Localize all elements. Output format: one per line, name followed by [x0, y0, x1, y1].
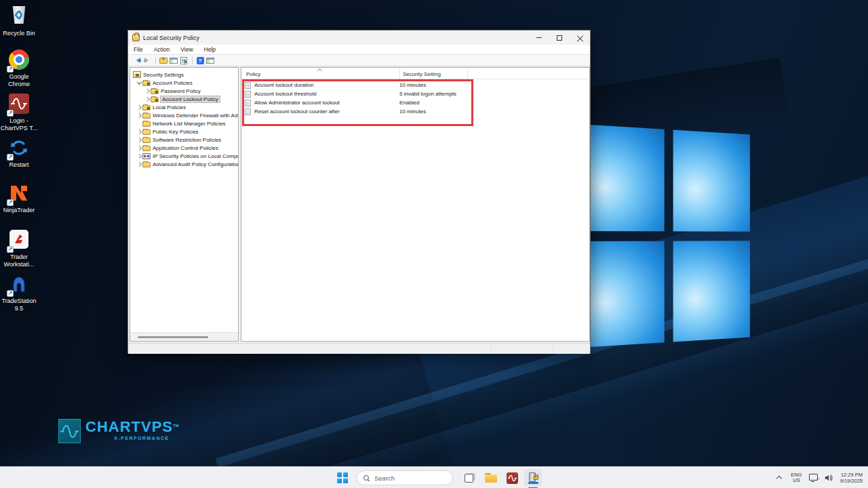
desktop-icon-login-chartvps[interactable]: ↗ Login - ChartVPS T... — [0, 94, 38, 132]
console-tree-pane: Security Settings Account Policies Passw… — [130, 67, 239, 342]
menu-view[interactable]: View — [180, 46, 193, 53]
tree-item-password-policy[interactable]: Password Policy — [130, 87, 238, 95]
properties-button[interactable] — [205, 56, 215, 65]
language-indicator[interactable]: ENG US — [791, 472, 802, 483]
local-security-policy-app-button[interactable] — [524, 469, 542, 487]
console-tree-button[interactable] — [169, 56, 178, 65]
taskbar-clock[interactable]: 12:29 PM 9/19/2025 — [840, 472, 863, 484]
chevron-right-icon[interactable] — [136, 153, 142, 159]
horizontal-scrollbar[interactable] — [130, 332, 238, 341]
network-icon[interactable] — [809, 474, 818, 482]
desktop-icon-tradestation[interactable]: ↗ TradeStation 9.5 — [0, 274, 38, 312]
statusbar-divider — [491, 345, 492, 352]
column-header-policy[interactable]: Policy — [246, 71, 260, 77]
chevron-right-icon[interactable] — [136, 129, 142, 135]
ninjatrader-icon: ↗ — [8, 183, 30, 205]
hidden-icons-chevron[interactable] — [774, 473, 784, 483]
menu-bar: File Action View Help — [128, 45, 590, 55]
minimize-button[interactable] — [529, 30, 549, 45]
chevron-right-icon[interactable] — [136, 145, 142, 151]
chevron-right-icon[interactable] — [144, 96, 151, 102]
chartvps-login-icon: ↗ — [8, 94, 30, 115]
taskbar: Search ENG US 12:29 PM 9/19/2025 — [0, 466, 868, 488]
menu-help[interactable]: Help — [204, 46, 216, 53]
tree-item-label: Network List Manager Policies — [153, 121, 226, 127]
column-header-security-setting[interactable]: Security Setting — [403, 71, 441, 77]
policy-setting: 5 invalid logon attempts — [399, 91, 456, 97]
start-button[interactable] — [334, 469, 351, 487]
file-explorer-button[interactable] — [482, 469, 500, 487]
export-list-button[interactable] — [179, 56, 189, 65]
taskbar-search[interactable]: Search — [357, 470, 453, 485]
chevron-right-icon[interactable] — [136, 113, 142, 119]
shortcut-arrow-icon: ↗ — [7, 110, 14, 117]
tree-item-security-settings[interactable]: Security Settings — [130, 70, 238, 79]
clock-date: 9/19/2025 — [840, 478, 863, 484]
window-body: Security Settings Account Policies Passw… — [128, 66, 590, 343]
chevron-right-icon[interactable] — [136, 161, 142, 167]
chevron-right-icon[interactable] — [136, 104, 142, 110]
desktop-icon-recycle-bin[interactable]: Recycle Bin — [0, 4, 38, 37]
tree-item-windows-defender-firewall[interactable]: Windows Defender Firewall with Adva — [130, 111, 238, 119]
forward-button[interactable] — [142, 56, 152, 65]
column-divider[interactable] — [467, 68, 468, 79]
tree-item-label: IP Security Policies on Local Compute — [153, 153, 238, 159]
task-view-button[interactable] — [461, 469, 479, 487]
tree-item-ip-security-policies[interactable]: IP Security Policies on Local Compute — [130, 152, 238, 160]
minimize-icon — [536, 37, 542, 38]
policy-list-pane: Policy Security Setting Account lockout … — [241, 67, 590, 342]
tree-item-account-policies[interactable]: Account Policies — [130, 79, 238, 87]
tree-item-account-lockout-policy[interactable]: Account Lockout Policy — [130, 95, 238, 103]
tree-item-advanced-audit-policy[interactable]: Advanced Audit Policy Configuration — [130, 160, 238, 168]
chevron-down-icon[interactable] — [136, 80, 142, 86]
scrollbar-thumb[interactable] — [138, 336, 208, 338]
chartvps-brand-icon — [58, 419, 81, 443]
back-icon — [134, 58, 141, 63]
chevron-right-icon[interactable] — [136, 137, 142, 143]
desktop-icon-ninjatrader[interactable]: ↗ NinjaTrader — [0, 183, 38, 214]
chartvps-app-button[interactable] — [503, 469, 521, 487]
tree-item-network-list-manager[interactable]: Network List Manager Policies — [130, 119, 238, 127]
clock-time: 12:29 PM — [841, 472, 863, 478]
tree-item-application-control-policies[interactable]: Application Control Policies — [130, 144, 238, 152]
menu-action[interactable]: Action — [154, 46, 170, 53]
desktop-icon-label: Recycle Bin — [0, 30, 38, 37]
shortcut-arrow-icon: ↗ — [7, 199, 14, 206]
close-button[interactable] — [570, 30, 590, 45]
window-title: Local Security Policy — [143, 35, 529, 41]
chevron-right-icon[interactable] — [144, 88, 151, 94]
policy-row-allow-administrator-account-lockout[interactable]: Allow Administrator account lockout Enab… — [241, 98, 589, 107]
statusbar-divider — [553, 345, 553, 352]
window-titlebar[interactable]: Local Security Policy — [128, 30, 590, 45]
column-divider[interactable] — [399, 68, 400, 79]
desktop-icon-trader-workstation[interactable]: ↗ Trader Workstati... — [0, 229, 38, 268]
tree-item-label: Local Policies — [153, 104, 186, 110]
desktop-icon-restart[interactable]: ↗ Restart — [0, 138, 38, 169]
policy-document-icon — [245, 91, 251, 98]
volume-icon[interactable] — [824, 473, 833, 483]
up-level-button[interactable] — [159, 56, 168, 65]
help-button[interactable]: ? — [195, 56, 205, 65]
toolbar-separator — [192, 57, 193, 64]
menu-file[interactable]: File — [134, 46, 143, 53]
expander-spacer — [136, 121, 142, 127]
desktop-icon-label: Login - ChartVPS T... — [0, 117, 38, 132]
desktop-icon-google-chrome[interactable]: ↗ Google Chrome — [0, 49, 38, 88]
policy-row-account-lockout-threshold[interactable]: Account lockout threshold 5 invalid logo… — [241, 89, 589, 98]
folder-icon — [142, 162, 151, 167]
tree-item-public-key-policies[interactable]: Public Key Policies — [130, 127, 238, 136]
folder-lock-icon — [142, 105, 151, 110]
help-icon: ? — [197, 57, 204, 64]
chrome-icon: ↗ — [8, 49, 30, 71]
back-button[interactable] — [132, 56, 142, 65]
export-list-icon — [180, 57, 187, 64]
policy-row-reset-account-lockout-counter[interactable]: Reset account lockout counter after 10 m… — [241, 107, 589, 116]
tree-item-local-policies[interactable]: Local Policies — [130, 103, 238, 111]
tree-item-software-restriction-policies[interactable]: Software Restriction Policies — [130, 136, 238, 144]
policy-name: Account lockout threshold — [254, 91, 399, 97]
maximize-button[interactable] — [549, 30, 570, 45]
tradestation-icon: ↗ — [8, 274, 30, 296]
windows-logo-pane — [673, 241, 750, 342]
policy-row-account-lockout-duration[interactable]: Account lockout duration 10 minutes — [241, 81, 589, 89]
maximize-icon — [557, 35, 562, 41]
